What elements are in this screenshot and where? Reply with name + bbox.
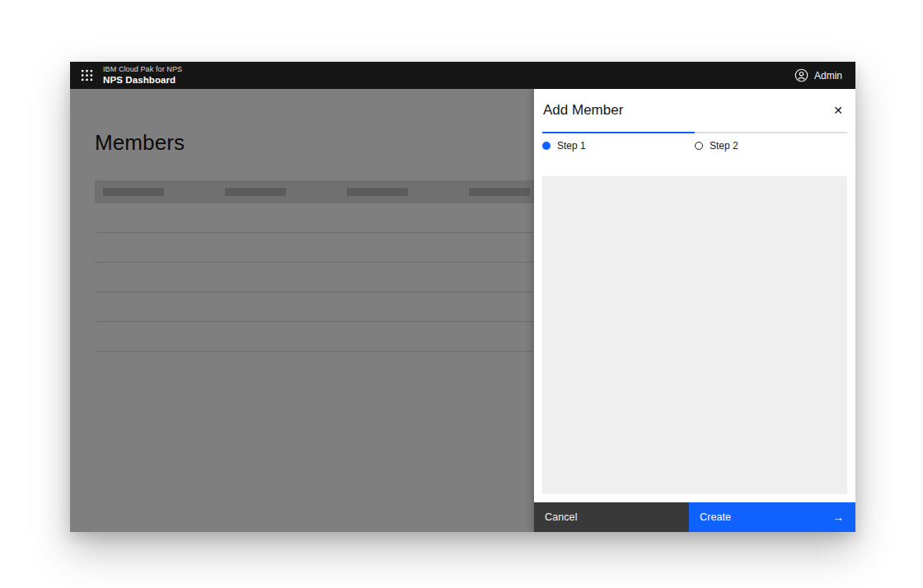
cancel-button-label: Cancel xyxy=(545,511,578,523)
skeleton-bar xyxy=(347,188,408,196)
arrow-right-icon: → xyxy=(832,511,844,524)
step-label: Step 2 xyxy=(710,140,738,152)
progress-step-2[interactable]: Step 2 xyxy=(695,132,847,160)
step-current-icon xyxy=(542,142,551,150)
panel-header: Add Member ✕ xyxy=(534,89,855,132)
panel-content xyxy=(534,160,855,502)
header-titles: IBM Cloud Pak for NPS NPS Dashboard xyxy=(103,65,182,86)
panel-title: Add Member xyxy=(543,102,623,119)
app-switcher-icon xyxy=(81,69,93,82)
create-button-label: Create xyxy=(700,511,731,523)
add-member-panel: Add Member ✕ Step 1 Step 2 xyxy=(534,89,855,532)
create-button[interactable]: Create → xyxy=(689,502,855,532)
skeleton-bar xyxy=(225,188,286,196)
user-label: Admin xyxy=(814,70,842,82)
form-placeholder xyxy=(542,176,847,494)
close-button[interactable]: ✕ xyxy=(826,98,850,123)
window-body: Members Add Member ✕ Step 1 xyxy=(70,89,855,532)
skeleton-bar xyxy=(103,188,164,196)
top-header-bar: IBM Cloud Pak for NPS NPS Dashboard Admi… xyxy=(70,62,855,89)
cancel-button[interactable]: Cancel xyxy=(534,502,689,532)
product-name: IBM Cloud Pak for NPS xyxy=(103,65,182,74)
column-header-skeleton xyxy=(339,188,461,196)
close-icon: ✕ xyxy=(833,104,843,117)
app-switcher-button[interactable] xyxy=(70,62,103,89)
panel-footer: Cancel Create → xyxy=(534,502,855,532)
app-name[interactable]: NPS Dashboard xyxy=(103,74,182,86)
app-window: IBM Cloud Pak for NPS NPS Dashboard Admi… xyxy=(70,62,855,532)
step-incomplete-icon xyxy=(695,142,703,150)
user-avatar-icon xyxy=(794,68,808,82)
step-label: Step 1 xyxy=(557,140,586,152)
column-header-skeleton xyxy=(217,188,339,196)
progress-step-1[interactable]: Step 1 xyxy=(542,132,695,160)
user-menu-button[interactable]: Admin xyxy=(781,62,855,89)
column-header-skeleton xyxy=(95,188,217,196)
progress-indicator: Step 1 Step 2 xyxy=(534,132,855,160)
skeleton-bar xyxy=(469,188,530,196)
